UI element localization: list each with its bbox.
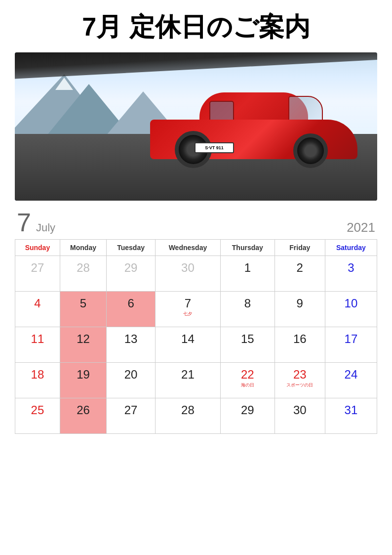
- calendar-week-row: 11121314151617: [15, 327, 377, 363]
- calendar-day-cell: 4: [15, 292, 60, 327]
- date-number: 3: [328, 261, 374, 275]
- calendar-header-wednesday: Wednesday: [155, 240, 220, 256]
- calendar-day-cell: 15: [220, 327, 274, 363]
- date-number: 18: [18, 368, 57, 382]
- calendar-day-cell: 16: [274, 327, 325, 363]
- date-number: 26: [63, 403, 103, 417]
- date-number: 5: [63, 297, 103, 310]
- date-number: 16: [278, 332, 322, 346]
- calendar-day-cell: 27: [15, 256, 60, 292]
- page-title: 7月 定休日のご案内: [15, 10, 377, 44]
- calendar-day-cell: 22海の日: [220, 363, 274, 398]
- date-number: 28: [158, 403, 217, 417]
- calendar-day-cell: 23スポーツの日: [274, 363, 325, 398]
- date-number: 2: [278, 261, 322, 275]
- calendar-day-cell: 28: [60, 256, 106, 292]
- date-number: 29: [224, 403, 272, 417]
- date-number: 9: [278, 297, 322, 310]
- calendar-header-row: SundayMondayTuesdayWednesdayThursdayFrid…: [15, 240, 377, 256]
- date-number: 22: [224, 368, 272, 382]
- date-number: 1: [224, 261, 272, 275]
- calendar-day-cell: 6: [107, 292, 156, 327]
- date-number: 17: [328, 332, 374, 346]
- date-number: 21: [158, 368, 217, 382]
- calendar-header-sunday: Sunday: [15, 240, 60, 256]
- calendar-day-cell: 9: [274, 292, 325, 327]
- date-number: 20: [110, 368, 152, 382]
- calendar-day-cell: 29: [107, 256, 156, 292]
- calendar-week-row: 4567七夕8910: [15, 292, 377, 327]
- date-number: 8: [224, 297, 272, 310]
- calendar-day-cell: 30: [155, 256, 220, 292]
- calendar-day-cell: 5: [60, 292, 106, 327]
- calendar-day-cell: 12: [60, 327, 106, 363]
- calendar-day-cell: 17: [325, 327, 377, 363]
- date-number: 14: [158, 332, 217, 346]
- date-number: 30: [278, 403, 322, 417]
- license-plate: S·VT 911: [195, 142, 234, 153]
- holiday-label: スポーツの日: [278, 383, 322, 388]
- calendar-day-cell: 19: [60, 363, 106, 398]
- date-number: 4: [18, 297, 57, 310]
- calendar-header-monday: Monday: [60, 240, 106, 256]
- date-number: 27: [110, 403, 152, 417]
- calendar-day-cell: 26: [60, 398, 106, 434]
- date-number: 31: [328, 403, 374, 417]
- calendar-header-friday: Friday: [274, 240, 325, 256]
- holiday-label: 七夕: [158, 311, 217, 317]
- date-number: 7: [158, 297, 217, 310]
- holiday-label: 海の日: [224, 383, 272, 388]
- calendar-day-cell: 28: [155, 398, 220, 434]
- date-number: 6: [110, 297, 152, 310]
- calendar-day-cell: 13: [107, 327, 156, 363]
- car-shape: S·VT 911: [150, 95, 357, 159]
- date-number: 13: [110, 332, 152, 346]
- calendar-month-number: 7: [17, 210, 31, 235]
- calendar-header-saturday: Saturday: [325, 240, 377, 256]
- calendar-day-cell: 18: [15, 363, 60, 398]
- calendar-day-cell: 3: [325, 256, 377, 292]
- date-number: 29: [110, 261, 152, 275]
- date-number: 30: [158, 261, 217, 275]
- calendar-header: 7 July 2021: [15, 210, 377, 235]
- date-number: 11: [18, 332, 57, 346]
- calendar-header-thursday: Thursday: [220, 240, 274, 256]
- calendar-day-cell: 25: [15, 398, 60, 434]
- calendar-day-cell: 20: [107, 363, 156, 398]
- date-number: 12: [63, 332, 103, 346]
- date-number: 15: [224, 332, 272, 346]
- calendar-day-cell: 10: [325, 292, 377, 327]
- calendar-day-cell: 7七夕: [155, 292, 220, 327]
- calendar-week-row: 1819202122海の日23スポーツの日24: [15, 363, 377, 398]
- calendar-day-cell: 31: [325, 398, 377, 434]
- calendar-week-row: 25262728293031: [15, 398, 377, 434]
- calendar-day-cell: 14: [155, 327, 220, 363]
- date-number: 10: [328, 297, 374, 310]
- date-number: 24: [328, 368, 374, 382]
- date-number: 27: [18, 261, 57, 275]
- calendar-month-english: July: [36, 221, 55, 234]
- calendar-day-cell: 21: [155, 363, 220, 398]
- car-image: S·VT 911: [15, 52, 377, 201]
- calendar-day-cell: 2: [274, 256, 325, 292]
- calendar-day-cell: 24: [325, 363, 377, 398]
- date-number: 28: [63, 261, 103, 275]
- calendar-day-cell: 1: [220, 256, 274, 292]
- date-number: 19: [63, 368, 103, 382]
- calendar-table: SundayMondayTuesdayWednesdayThursdayFrid…: [15, 239, 377, 434]
- calendar-week-row: 27282930123: [15, 256, 377, 292]
- calendar-day-cell: 27: [107, 398, 156, 434]
- calendar-year: 2021: [347, 220, 375, 235]
- date-number: 23: [278, 368, 322, 382]
- calendar-day-cell: 8: [220, 292, 274, 327]
- calendar-header-tuesday: Tuesday: [107, 240, 156, 256]
- date-number: 25: [18, 403, 57, 417]
- calendar-day-cell: 29: [220, 398, 274, 434]
- calendar-day-cell: 11: [15, 327, 60, 363]
- calendar-day-cell: 30: [274, 398, 325, 434]
